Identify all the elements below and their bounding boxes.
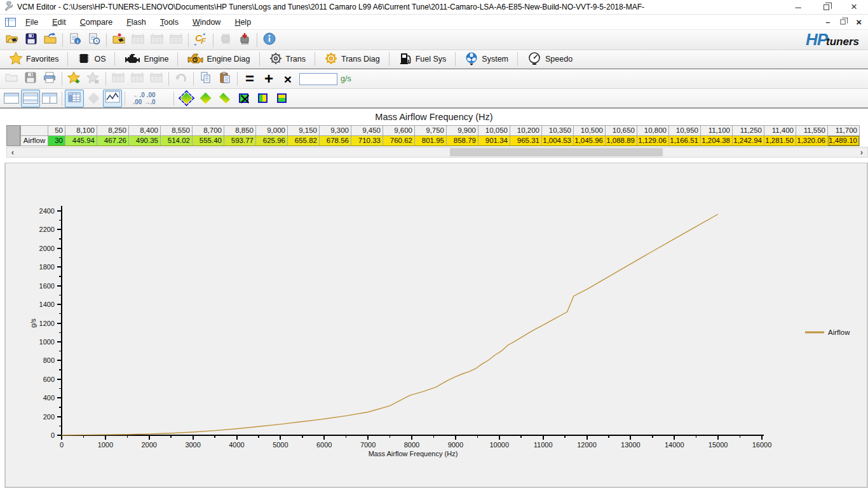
menu-window[interactable]: Window xyxy=(186,16,227,29)
nav-fuel-sys[interactable]: Fuel Sys xyxy=(392,51,453,67)
airflow-value-cell[interactable]: 1,129.06 xyxy=(637,135,669,146)
airflow-value-cell[interactable]: 760.62 xyxy=(383,135,415,146)
airflow-value-cell[interactable]: 1,166.51 xyxy=(669,135,701,146)
set-equal-button[interactable]: = xyxy=(240,70,259,88)
child-minimize-button[interactable]: – xyxy=(826,18,831,27)
table-color-icon xyxy=(67,91,81,106)
open-compare-button[interactable] xyxy=(109,31,128,49)
airflow-value-cell[interactable]: 1,004.53 xyxy=(542,135,574,146)
airflow-value-cell[interactable]: 1,281.50 xyxy=(764,135,796,146)
window-close-button[interactable]: × xyxy=(840,0,868,14)
child-close-button[interactable]: × xyxy=(856,17,862,27)
airflow-value-cell[interactable]: 1,045.96 xyxy=(574,135,606,146)
scale-value-input[interactable] xyxy=(299,73,337,85)
menu-edit[interactable]: Edit xyxy=(45,16,73,29)
surface-map-1-button[interactable] xyxy=(177,90,196,107)
child-window-menu-icon[interactable] xyxy=(5,18,16,27)
airflow-value-cell[interactable]: 1,242.94 xyxy=(733,135,764,146)
airflow-value-cell[interactable]: 858.79 xyxy=(447,135,478,146)
table-view-1-button[interactable] xyxy=(128,31,147,49)
surface-map-2-button[interactable] xyxy=(196,90,215,107)
surface-view-button[interactable] xyxy=(84,90,103,107)
add-favorite-button[interactable] xyxy=(65,70,84,88)
airflow-value-cell[interactable]: 801.95 xyxy=(415,135,447,146)
surface-map-3-button[interactable] xyxy=(215,90,234,107)
nav-engine-diag[interactable]: Engine Diag xyxy=(180,51,256,67)
nav-os[interactable]: OS xyxy=(71,51,112,67)
color-map-x-button[interactable] xyxy=(234,90,253,107)
airflow-value-cell[interactable]: 467.26 xyxy=(97,135,129,146)
write-vehicle-button[interactable] xyxy=(235,31,254,49)
freq-header-cell: 8,100 xyxy=(65,125,97,135)
airflow-value-cell[interactable]: 490.35 xyxy=(129,135,161,146)
airflow-value-cell[interactable]: 555.40 xyxy=(193,135,224,146)
paste-button[interactable] xyxy=(215,70,234,88)
airflow-value-cell[interactable]: 514.02 xyxy=(161,135,193,146)
child-restore-button[interactable] xyxy=(841,19,846,24)
vertical-split-button[interactable] xyxy=(40,90,59,107)
airflow-value-cell[interactable]: 655.82 xyxy=(288,135,320,146)
nav-system[interactable]: System xyxy=(458,51,515,67)
print-button[interactable] xyxy=(40,70,59,88)
read-vehicle-button[interactable] xyxy=(216,31,235,49)
undo-button[interactable] xyxy=(172,70,191,88)
airflow-value-cell[interactable]: 678.56 xyxy=(320,135,351,146)
add-value-button[interactable]: + xyxy=(259,70,278,88)
airflow-value-cell[interactable]: 710.33 xyxy=(351,135,383,146)
child-save-button[interactable] xyxy=(21,70,40,88)
airflow-value-cell[interactable]: 593.77 xyxy=(224,135,256,146)
open-file-button[interactable] xyxy=(3,31,22,49)
nav-trans-diag[interactable]: Trans Diag xyxy=(318,51,386,67)
menu-file[interactable]: File xyxy=(18,16,45,29)
horizontal-split-button[interactable] xyxy=(21,90,40,107)
hp-tuners-logo: HPtuners xyxy=(806,30,868,50)
airflow-value-cell[interactable]: 1,204.38 xyxy=(701,135,733,146)
scroll-right-arrow[interactable]: › xyxy=(856,147,867,157)
single-pane-button[interactable] xyxy=(2,90,21,107)
window-restore-button[interactable] xyxy=(812,0,840,14)
color-map-vertical-button[interactable] xyxy=(253,90,272,107)
color-map-horizontal-button[interactable] xyxy=(272,90,291,107)
multiply-value-button[interactable]: × xyxy=(278,70,297,88)
airflow-value-cell[interactable]: 901.34 xyxy=(478,135,510,146)
file-history-button[interactable] xyxy=(85,31,104,49)
decimal-adjust-buttons[interactable]: ←.0 .00 .00 →.0 xyxy=(128,92,161,105)
remove-favorite-button[interactable] xyxy=(84,70,103,88)
file-info-button[interactable]: i xyxy=(65,31,85,49)
airflow-value-cell[interactable]: 445.94 xyxy=(65,135,97,146)
menu-compare[interactable]: Compare xyxy=(73,16,119,29)
child-open-button[interactable] xyxy=(2,70,21,88)
menu-flash[interactable]: Flash xyxy=(119,16,153,29)
airflow-value-cell[interactable]: 30 xyxy=(48,135,65,146)
nav-trans[interactable]: Trans xyxy=(262,51,313,67)
window-minimize-button[interactable]: ─ xyxy=(784,0,812,14)
compare-table-1-button[interactable] xyxy=(109,70,128,88)
units-convert-button[interactable]: CF xyxy=(191,31,210,49)
vehicle-info-button[interactable] xyxy=(260,31,279,49)
compare-table-3-button[interactable] xyxy=(147,70,166,88)
horizontal-split-icon xyxy=(23,93,38,104)
menu-tools[interactable]: Tools xyxy=(153,16,186,29)
table-view-2-button[interactable] xyxy=(147,31,166,49)
graph-view-button[interactable] xyxy=(103,90,122,107)
y-axis-label: g/s xyxy=(29,318,37,328)
table-horizontal-scrollbar[interactable]: ‹ › xyxy=(6,147,868,158)
copy-button[interactable] xyxy=(196,70,215,88)
scroll-left-arrow[interactable]: ‹ xyxy=(7,147,18,157)
reopen-file-button[interactable] xyxy=(41,31,60,49)
save-file-button[interactable] xyxy=(22,31,41,49)
table-view-button[interactable] xyxy=(65,90,84,107)
airflow-value-cell[interactable]: 1,320.06 xyxy=(796,135,828,146)
airflow-value-cell[interactable]: 1,088.89 xyxy=(606,135,637,146)
airflow-value-cell[interactable]: 1,489.10 xyxy=(828,135,860,146)
nav-favorites[interactable]: Favorites xyxy=(3,51,65,67)
airflow-value-cell[interactable]: 625.96 xyxy=(256,135,288,146)
nav-speedo[interactable]: Speedo xyxy=(520,51,579,67)
airflow-value-cell[interactable]: 965.31 xyxy=(510,135,542,146)
nav-engine[interactable]: Engine xyxy=(118,51,175,67)
compare-table-2-button[interactable] xyxy=(128,70,147,88)
scrollbar-thumb[interactable] xyxy=(450,148,663,156)
menu-help[interactable]: Help xyxy=(227,16,258,29)
freq-header-cell: 8,250 xyxy=(97,125,129,135)
table-view-3-button[interactable] xyxy=(166,31,186,49)
